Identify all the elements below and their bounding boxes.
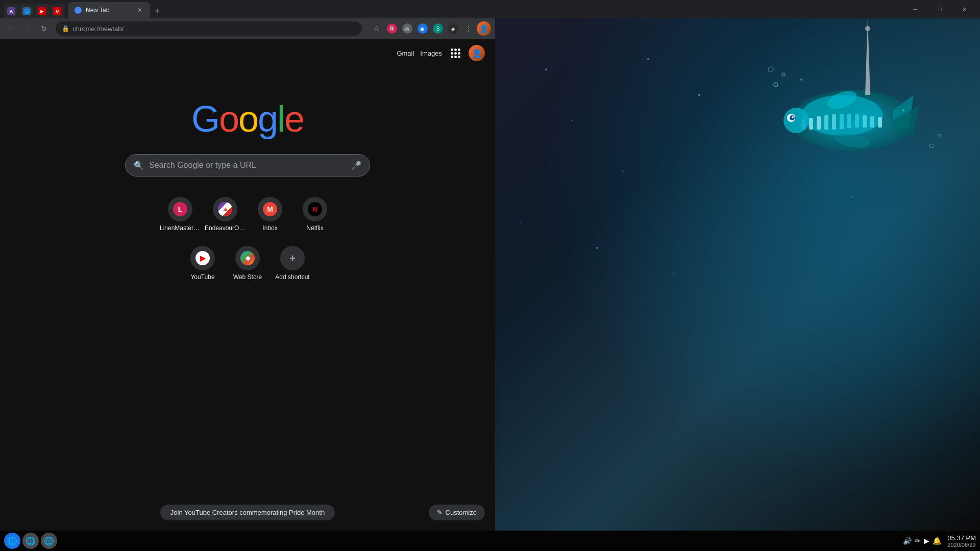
shortcut-linen[interactable]: L LinenMasterN... [160,193,201,236]
more-button[interactable]: ⋮ [461,21,476,36]
netflix-label: Netflix [295,224,335,232]
minimize-button[interactable]: ─ [903,1,927,17]
pen-icon[interactable]: ✏ [915,537,921,545]
shortcut-endeavour[interactable]: 🔺 EndeavourOS... [205,193,246,236]
logo-g2: g [258,98,277,139]
svg-point-32 [622,171,624,172]
address-field[interactable]: 🔒 chrome://newtab/ [56,21,362,36]
pinned-tab-2[interactable]: 🌐 [19,4,34,18]
pinned-tab-4-icon: N [53,7,61,15]
gmail-link[interactable]: Gmail [397,49,414,57]
shortcuts-row-1: L LinenMasterN... 🔺 EndeavourOS... [10,193,485,236]
svg-point-35 [800,79,802,81]
apps-grid-icon [451,48,460,58]
pinned-tab-1-icon: A [7,7,15,15]
logo-g: G [191,98,219,139]
logo-l: l [277,98,284,139]
ext-dark-icon[interactable]: ◈ [446,21,460,36]
tab-close-button[interactable]: ✕ [136,6,144,14]
shortcut-inbox[interactable]: M Inbox [250,193,290,236]
taskbar-right: 🔊 ✏ ▶ 🔔 05:37 PM 2020/06/29 [903,534,976,548]
logo-o1: o [219,98,238,139]
user-avatar[interactable]: 👤 [469,45,485,61]
search-box[interactable]: 🔍 Search Google or type a URL 🎤 [125,154,370,177]
taskbar-left: 🌐 🌐 🌐 [4,533,57,549]
pinned-tab-3-icon: ▶ [38,7,46,15]
add-shortcut-label: Add shortcut [272,273,313,281]
mic-icon[interactable]: 🎤 [351,161,361,170]
maximize-button[interactable]: □ [928,1,951,17]
shortcut-youtube[interactable]: ▶ YouTube [182,242,223,285]
youtube-label: YouTube [182,273,223,281]
endeavour-icon: 🔺 [213,197,237,221]
ext-blue-icon[interactable]: ◉ [415,21,430,36]
svg-point-29 [545,68,547,70]
profile-avatar[interactable]: 👤 [477,21,491,36]
taskbar-app-2-icon: 🌐 [26,536,36,546]
particles [495,18,980,531]
clock: 05:37 PM [947,534,976,542]
pinned-tab-2-icon: 🌐 [22,7,31,15]
shortcut-add[interactable]: + Add shortcut [272,242,313,285]
logo-o2: o [238,98,258,139]
tab-title: New Tab [86,7,109,14]
apps-button[interactable] [448,46,462,60]
taskbar-app-2[interactable]: 🌐 [22,533,39,549]
search-placeholder: Search Google or type a URL [149,161,346,170]
forward-button[interactable]: → [20,21,35,36]
address-text: chrome://newtab/ [72,25,124,33]
customize-button[interactable]: ✎ Customize [429,505,485,520]
inbox-icon: M [258,197,282,221]
bottom-bar: Join YouTube Creators commemorating Prid… [0,505,495,520]
taskbar: 🌐 🌐 🌐 🔊 ✏ ▶ 🔔 05:37 PM 2020/06/29 [0,531,980,551]
linen-icon: L [168,197,192,221]
google-logo: Google [191,98,304,140]
shortcut-netflix[interactable]: N Netflix [295,193,335,236]
date: 2020/06/29 [947,542,976,548]
taskbar-app-1[interactable]: 🌐 [4,533,20,549]
youtube-icon: ▶ [190,246,215,270]
shortcuts-row-2: ▶ YouTube ◆ Web Store + [10,242,485,285]
endeavour-label: EndeavourOS... [205,224,246,232]
ext-gray-icon[interactable]: ◎ [400,21,414,36]
title-bar: A 🌐 ▶ N New Tab ✕ + ─ □ ✕ [0,0,980,18]
svg-point-30 [571,120,573,121]
ext-teal-icon[interactable]: S [431,21,445,36]
search-icon: 🔍 [134,161,144,170]
shortcuts-area: L LinenMasterN... 🔺 EndeavourOS... [0,193,495,285]
active-tab[interactable]: New Tab ✕ [68,2,150,18]
ext-red-icon[interactable]: R [385,21,399,36]
pinned-tab-1[interactable]: A [4,4,18,18]
new-tab-page: Gmail Images 👤 Google [0,39,495,531]
taskbar-app-3-icon: 🌐 [44,536,54,546]
reload-button[interactable]: ↻ [37,21,51,36]
volume-icon[interactable]: 🔊 [903,537,912,545]
taskbar-app-1-icon: 🌐 [7,536,17,546]
security-icon: 🔒 [62,25,69,32]
forward-icon[interactable]: ▶ [924,537,929,545]
svg-point-36 [852,196,853,198]
pinned-tab-3[interactable]: ▶ [35,4,49,18]
pride-banner[interactable]: Join YouTube Creators commemorating Prid… [160,505,335,520]
close-button[interactable]: ✕ [952,1,976,17]
images-link[interactable]: Images [420,49,442,57]
taskbar-app-3[interactable]: 🌐 [41,533,57,549]
shortcut-webstore[interactable]: ◆ Web Store [227,242,268,285]
linen-label: LinenMasterN... [160,224,201,232]
address-bar-row: ← → ↻ 🔒 chrome://newtab/ ☆ R ◎ ◉ [0,18,495,39]
notify-icon[interactable]: 🔔 [933,537,941,545]
svg-point-38 [520,222,522,223]
back-button[interactable]: ← [4,21,18,36]
svg-point-39 [596,247,598,249]
pinned-tab-4[interactable]: N [50,4,64,18]
webstore-label: Web Store [227,273,268,281]
tab-group: A 🌐 ▶ N New Tab ✕ + [4,0,901,18]
new-tab-button[interactable]: + [150,4,164,18]
customize-icon: ✎ [437,509,443,516]
main-layout: ← → ↻ 🔒 chrome://newtab/ ☆ R ◎ ◉ [0,18,980,531]
inbox-label: Inbox [250,224,290,232]
bookmark-button[interactable]: ☆ [370,21,384,36]
tab-favicon [75,7,82,14]
browser-content: ← → ↻ 🔒 chrome://newtab/ ☆ R ◎ ◉ [0,18,495,531]
window-controls: ─ □ ✕ [903,1,976,17]
